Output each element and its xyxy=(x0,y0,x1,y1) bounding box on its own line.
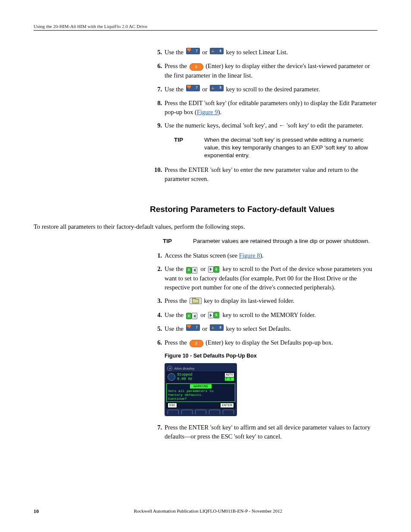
section-heading: Restoring Parameters to Factory-default … xyxy=(150,203,377,215)
tip-label: TIP xyxy=(174,136,204,160)
key-num: 4 xyxy=(186,267,192,274)
tip-box-2: TIP Parameter values are retained throug… xyxy=(163,237,377,245)
him-tab-row xyxy=(166,408,235,414)
page-footer: 10 Rockwell Automation Publication LIQFL… xyxy=(34,508,377,515)
step-text: Press the EDIT 'soft key' (for editable … xyxy=(165,99,377,117)
text: Access the Status screen (see xyxy=(165,252,239,259)
him-tab xyxy=(209,410,220,414)
text: Press the xyxy=(165,62,189,69)
tip-text: Parameter values are retained through a … xyxy=(193,237,377,245)
text: Use the xyxy=(165,86,185,93)
step-number: 7. xyxy=(150,85,165,94)
him-screen-mockup: ⊕ Allen-Bradley Stopped 0.00 Hz AUTO F R… xyxy=(165,363,237,416)
text: or xyxy=(202,49,209,56)
step-text: Press the 5 (Enter) key to display eithe… xyxy=(165,62,377,80)
text: key to select Linear List. xyxy=(226,49,288,56)
tip-label: TIP xyxy=(163,237,193,245)
key-left-icon: 4 xyxy=(186,264,198,274)
page-header: Using the 20-HIM-A6 HIM with the LiquiFl… xyxy=(34,24,377,31)
key-up-icon: 8 xyxy=(210,324,224,333)
text: Use the xyxy=(165,49,185,56)
step-text: Press the key to display its last-viewed… xyxy=(165,296,377,306)
text: Use the xyxy=(165,265,185,272)
text: key to select Set Defaults. xyxy=(226,325,291,332)
step-text: Use the numeric keys, decimal 'soft key'… xyxy=(165,121,377,130)
step-text: Use the 4 or 6 key to scroll to the MEMO… xyxy=(165,311,377,320)
badge-fr: F R xyxy=(225,377,234,381)
key-num: 7 xyxy=(196,85,198,90)
key-right-icon: 6 xyxy=(208,264,220,274)
text: key to scroll to the MEMORY folder. xyxy=(222,311,316,318)
warning-text: Sets all parameters to factory defaults.… xyxy=(167,389,234,401)
step-number: 4. xyxy=(150,311,165,320)
step-a6: 6. Press the 5 (Enter) key to display ei… xyxy=(150,62,377,80)
softkey-esc: ESC xyxy=(168,403,177,408)
key-num: 6 xyxy=(214,266,219,273)
text: ). xyxy=(260,252,263,259)
key-enter-icon: 5 xyxy=(190,338,203,347)
step-number: 10. xyxy=(150,165,165,184)
step-a5: 5. Use the 7 or 8 key to select Linear L… xyxy=(150,48,377,57)
step-b1: 1. Access the Status screen (see Figure … xyxy=(150,251,377,260)
text: Press the EDIT 'soft key' (for editable … xyxy=(165,100,377,115)
step-text: Use the 4 or 6 key to scroll to the Port… xyxy=(165,264,377,292)
step-b2: 2. Use the 4 or 6 key to scroll to the P… xyxy=(150,264,377,292)
key-folder-icon xyxy=(190,297,202,306)
text: Press the xyxy=(165,339,189,346)
step-text: Press the ENTER 'soft key' to affirm and… xyxy=(165,423,377,441)
step-b4: 4. Use the 4 or 6 key to scroll to the M… xyxy=(150,311,377,320)
key-num: 8 xyxy=(220,49,221,54)
text: key to display its last-viewed folder. xyxy=(204,297,294,304)
tip-text: When the decimal 'soft key' is pressed w… xyxy=(204,136,377,160)
key-down-icon: 7 xyxy=(186,324,200,333)
step-a7: 7. Use the 7 or 8 key to scroll to the d… xyxy=(150,85,377,94)
text: or xyxy=(202,86,209,93)
key-right-icon: 6 xyxy=(208,311,220,320)
key-num: 7 xyxy=(196,49,198,54)
key-num: 8 xyxy=(220,325,221,330)
brand-text: Allen-Bradley xyxy=(174,366,195,371)
key-num: 5 xyxy=(190,340,203,347)
status-text: Stopped 0.00 Hz xyxy=(177,373,225,381)
status-line2: 0.00 Hz xyxy=(177,377,225,381)
key-up-icon: 8 xyxy=(210,85,224,94)
step-number: 3. xyxy=(150,296,165,306)
step-number: 2. xyxy=(150,264,165,292)
him-softkey-row: ESC ENTER xyxy=(166,402,235,408)
step-text: Use the 7 or 8 key to select Linear List… xyxy=(165,48,377,57)
key-num: 6 xyxy=(214,312,219,318)
key-up-icon: 8 xyxy=(210,48,224,57)
text: ). xyxy=(218,109,221,115)
step-number: 5. xyxy=(150,48,165,57)
key-left-icon: 4 xyxy=(186,311,198,320)
step-a8: 8. Press the EDIT 'soft key' (for editab… xyxy=(150,99,377,117)
key-enter-icon: 5 xyxy=(190,62,203,71)
text: Use the xyxy=(165,325,185,332)
step-number: 6. xyxy=(150,62,165,80)
figure-9-link[interactable]: Figure 9 xyxy=(197,109,218,115)
key-num: 4 xyxy=(186,313,192,319)
step-b6: 6. Press the 5 (Enter) key to display th… xyxy=(150,338,377,348)
status-icon xyxy=(168,373,175,381)
text: or xyxy=(200,265,207,272)
figure-8-link[interactable]: Figure 8 xyxy=(239,252,260,259)
key-num: 8 xyxy=(220,85,221,90)
step-number: 6. xyxy=(150,338,165,348)
main-content: 5. Use the 7 or 8 key to select Linear L… xyxy=(150,48,377,184)
step-a9: 9. Use the numeric keys, decimal 'soft k… xyxy=(150,121,377,130)
step-b3: 3. Press the key to display its last-vie… xyxy=(150,296,377,306)
key-num: 5 xyxy=(190,63,203,71)
steps-b-content: TIP Parameter values are retained throug… xyxy=(150,237,377,441)
him-status-bar: Stopped 0.00 Hz AUTO F R xyxy=(166,372,235,383)
step-number: 8. xyxy=(150,99,165,117)
text: key to scroll to the desired parameter. xyxy=(226,86,320,93)
step-text: Press the 5 (Enter) key to display the S… xyxy=(165,338,377,348)
step-text: Press the ENTER 'soft key' to enter the … xyxy=(165,165,377,184)
figure-10-caption: Figure 10 - Set Defaults Pop-Up Box xyxy=(165,352,377,360)
him-tab xyxy=(195,410,206,414)
him-tab xyxy=(223,410,234,414)
text: or xyxy=(202,325,209,332)
step-text: Access the Status screen (see Figure 8). xyxy=(165,251,377,260)
step-number: 5. xyxy=(150,324,165,334)
publication-info: Rockwell Automation Publication LIQFLO-U… xyxy=(39,508,377,515)
